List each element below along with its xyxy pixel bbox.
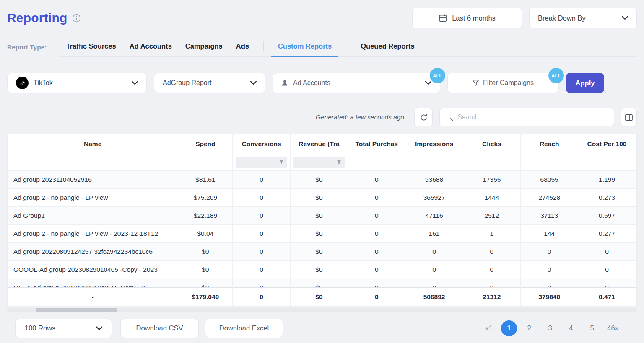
horizontal-scrollbar[interactable]	[7, 308, 637, 312]
tab-custom-reports[interactable]: Custom Reports	[271, 42, 338, 56]
rows-per-page-select[interactable]: 100 Rows	[15, 319, 112, 338]
table-totals-table: -$179.0490$00506892213123798400.471	[8, 287, 637, 307]
table-row[interactable]: Ad Group1$22.1890$00471162512371130.597	[8, 207, 636, 225]
person-icon	[281, 80, 288, 86]
report-type-select[interactable]: AdGroup Report	[154, 73, 265, 93]
search-icon	[446, 113, 453, 121]
cell-name: Ad group 2 - no pangle - LP view	[8, 189, 178, 207]
table-header-table: NameSpendConversionsRevenue (TraTotal Pu…	[8, 134, 637, 171]
tab-traffic-sources[interactable]: Traffic Sources	[59, 42, 122, 56]
column-filter-input[interactable]	[293, 157, 345, 168]
table-row[interactable]: GOOOL-Ad group 20230829010405 -Copy - 20…	[8, 261, 636, 279]
tab-campaigns[interactable]: Campaigns	[179, 42, 229, 56]
column-filter-row	[8, 154, 637, 170]
cell-value: 0	[233, 261, 290, 279]
cell-value	[636, 261, 636, 279]
column-filter-input[interactable]	[236, 157, 287, 168]
page-button[interactable]: 46»	[604, 320, 622, 337]
cell-value: $0	[290, 225, 348, 243]
cell-value: $0	[290, 171, 348, 189]
download-excel-button[interactable]: Download Excel	[205, 319, 283, 338]
chevron-down-icon	[425, 81, 431, 85]
calendar-icon	[439, 14, 447, 22]
column-header[interactable]: Impressions	[405, 134, 463, 154]
filter-campaigns-button[interactable]: Filter Campaigns ALL	[447, 73, 559, 93]
report-type-value: AdGroup Report	[163, 79, 212, 87]
pagination: «11234546»	[480, 320, 637, 337]
breakdown-dropdown[interactable]: Break Down By	[529, 8, 637, 28]
column-header[interactable]: Clicks	[463, 134, 520, 154]
cell-value: 0	[233, 171, 290, 189]
tab-queued-reports[interactable]: Queued Reports	[354, 42, 421, 56]
cell-value: 274528	[521, 189, 578, 207]
page-button[interactable]: 4	[562, 320, 580, 337]
table-row[interactable]: OLEA-Ad group 20230829010405D -Copy - 2$…	[8, 279, 636, 287]
apply-button[interactable]: Apply	[566, 73, 604, 93]
cell-value: 0	[233, 243, 290, 261]
totals-cell: 0.471	[578, 287, 636, 306]
cell-value: 0	[348, 243, 405, 261]
page-button-active[interactable]: 1	[501, 320, 517, 336]
network-select[interactable]: TikTok	[7, 73, 147, 93]
filters-row: TikTok AdGroup Report Ad Accounts ALL	[7, 73, 637, 93]
columns-toggle-button[interactable]	[621, 108, 637, 126]
table-toolbar: Generated: a few seconds ago	[7, 108, 637, 126]
cell-value	[636, 225, 636, 243]
download-csv-button[interactable]: Download CSV	[120, 319, 199, 338]
page-button[interactable]: 3	[541, 320, 559, 337]
table-body-viewport[interactable]: Ad group 20231104052916$81.610$009368817…	[8, 171, 636, 287]
column-header[interactable]: Reach	[521, 134, 578, 154]
column-header[interactable]: Revenue (Tra	[290, 134, 348, 154]
page-button[interactable]: 2	[520, 320, 538, 337]
cell-value: 37113	[521, 207, 578, 225]
totals-cell: 379840	[521, 287, 578, 306]
cell-value: 365927	[405, 189, 463, 207]
column-header[interactable]: Spend	[178, 134, 233, 154]
column-header[interactable]: Cost Per 100	[578, 134, 636, 154]
page-button[interactable]: 5	[583, 320, 601, 337]
totals-row: -$179.0490$00506892213123798400.471	[8, 287, 637, 306]
cell-value: 0	[405, 261, 463, 279]
table-row[interactable]: Ad group 2 - no pangle - LP view - 2023-…	[8, 225, 636, 243]
cell-value: 0	[405, 243, 463, 261]
cell-name: Ad Group1	[8, 207, 178, 225]
cell-value: 0	[348, 279, 405, 287]
cell-value: 0	[348, 261, 405, 279]
refresh-button[interactable]	[414, 108, 433, 126]
ad-accounts-select[interactable]: Ad Accounts ALL	[273, 73, 440, 93]
cell-name: Ad group 2 - no pangle - LP view - 2023-…	[8, 225, 178, 243]
cell-value: $81.61	[178, 171, 233, 189]
totals-cell: 506892	[405, 287, 463, 306]
column-header[interactable]: Name	[8, 134, 178, 154]
funnel-icon	[337, 160, 341, 164]
tab-divider	[346, 41, 346, 51]
cell-value: 0.277	[578, 225, 636, 243]
column-header[interactable]: Co	[636, 134, 637, 154]
info-icon[interactable]	[72, 14, 81, 23]
cell-value: 2512	[463, 207, 520, 225]
chevron-down-icon	[96, 326, 102, 330]
cell-value: $22.189	[178, 207, 233, 225]
filter-campaigns-label: Filter Campaigns	[483, 79, 534, 87]
cell-name: Ad group 20220809124257 32fca942234bc10c…	[8, 243, 178, 261]
report-type-tabs: Report Type: Traffic Sources Ad Accounts…	[7, 41, 637, 57]
tab-divider	[263, 41, 264, 51]
cell-value	[636, 189, 636, 207]
column-header[interactable]: Conversions	[233, 134, 290, 154]
cell-value: $0	[290, 261, 348, 279]
totals-cell: $179.049	[178, 287, 233, 306]
table-row[interactable]: Ad group 2 - no pangle - LP view$75.2090…	[8, 189, 636, 207]
tab-ad-accounts[interactable]: Ad Accounts	[123, 42, 179, 56]
date-range-button[interactable]: Last 6 months	[412, 8, 522, 28]
table-row[interactable]: Ad group 20220809124257 32fca942234bc10c…	[8, 243, 636, 261]
page-button[interactable]: «1	[480, 320, 498, 337]
search-input[interactable]	[457, 113, 608, 121]
column-header[interactable]: Total Purchas	[348, 134, 405, 154]
cell-value: 0	[463, 261, 520, 279]
scrollbar-thumb[interactable]	[36, 308, 117, 312]
table-row[interactable]: Ad group 20231104052916$81.610$009368817…	[8, 171, 636, 189]
cell-value: 0.273	[578, 189, 636, 207]
campaigns-all-badge: ALL	[548, 68, 564, 83]
tab-ads[interactable]: Ads	[229, 42, 256, 56]
cell-value: 0	[578, 243, 636, 261]
